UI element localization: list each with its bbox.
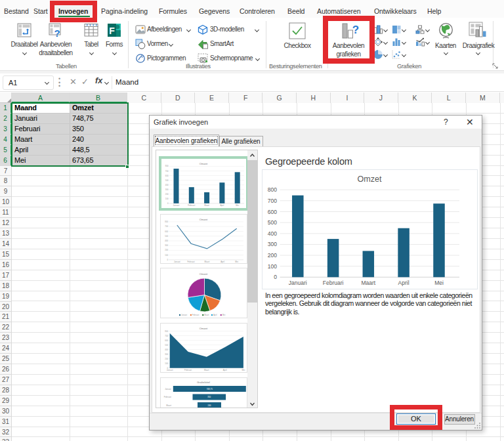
svg-text:600: 600 xyxy=(165,339,168,341)
svg-text:100: 100 xyxy=(165,198,168,200)
svg-text:500: 500 xyxy=(165,234,168,237)
svg-text:Februari: Februari xyxy=(187,260,195,262)
svg-text:Omzet: Omzet xyxy=(199,272,207,276)
svg-text:700: 700 xyxy=(268,198,277,204)
svg-text:800: 800 xyxy=(268,186,277,193)
svg-text:Februari: Februari xyxy=(192,314,199,316)
svg-text:Maart: Maart xyxy=(204,314,209,316)
svg-text:Mei: Mei xyxy=(434,280,444,286)
svg-text:300: 300 xyxy=(165,244,168,247)
svg-text:Februari: Februari xyxy=(184,369,192,371)
svg-text:Maart: Maart xyxy=(203,369,209,371)
svg-text:Januari: Januari xyxy=(181,314,188,316)
svg-text:800: 800 xyxy=(165,220,168,223)
svg-text:Mei: Mei xyxy=(242,369,245,371)
svg-text:Februari: Februari xyxy=(163,396,171,398)
svg-text:100: 100 xyxy=(165,253,168,256)
svg-text:748,75: 748,75 xyxy=(206,388,213,390)
svg-text:Januari: Januari xyxy=(173,260,180,262)
svg-text:700: 700 xyxy=(165,170,168,173)
svg-text:0: 0 xyxy=(274,274,277,280)
svg-text:240: 240 xyxy=(207,404,211,407)
svg-text:April: April xyxy=(398,280,410,286)
svg-text:Januari: Januari xyxy=(165,388,171,390)
svg-text:Januari: Januari xyxy=(166,369,173,371)
svg-text:800: 800 xyxy=(165,165,168,167)
svg-text:April: April xyxy=(222,369,226,371)
svg-text:300: 300 xyxy=(165,352,168,355)
svg-text:Maart: Maart xyxy=(166,404,171,407)
svg-text:Grafiektitel: Grafiektitel xyxy=(196,381,209,384)
svg-text:Mei: Mei xyxy=(236,204,239,207)
svg-text:300: 300 xyxy=(268,241,277,247)
svg-text:100: 100 xyxy=(165,362,168,364)
svg-text:100: 100 xyxy=(268,263,277,270)
svg-text:300: 300 xyxy=(165,188,168,191)
svg-text:600: 600 xyxy=(165,230,168,232)
svg-text:Maart: Maart xyxy=(204,204,209,207)
svg-text:April: April xyxy=(220,260,224,262)
svg-text:700: 700 xyxy=(165,225,168,228)
svg-text:200: 200 xyxy=(268,252,277,259)
svg-text:500: 500 xyxy=(165,179,168,182)
svg-text:Januari: Januari xyxy=(173,204,179,207)
svg-text:500: 500 xyxy=(165,343,168,346)
svg-text:April: April xyxy=(213,314,217,316)
svg-text:400: 400 xyxy=(165,348,168,350)
svg-text:200: 200 xyxy=(165,249,168,251)
svg-text:Omzet: Omzet xyxy=(199,162,207,165)
svg-text:600: 600 xyxy=(268,209,277,215)
svg-text:500: 500 xyxy=(268,219,277,226)
svg-text:Omzet: Omzet xyxy=(358,175,382,184)
svg-text:Februari: Februari xyxy=(323,280,344,286)
svg-text:400: 400 xyxy=(165,184,168,186)
svg-text:700: 700 xyxy=(165,334,168,337)
svg-text:F: F xyxy=(109,26,115,36)
svg-text:April: April xyxy=(220,204,224,207)
svg-text:Omzet: Omzet xyxy=(199,326,207,329)
svg-text:Mei: Mei xyxy=(235,260,238,262)
svg-text:200: 200 xyxy=(165,193,168,196)
svg-text:400: 400 xyxy=(165,240,168,242)
svg-text:Maart: Maart xyxy=(204,260,209,262)
svg-text:Mei: Mei xyxy=(222,314,225,316)
svg-text:Omzet: Omzet xyxy=(199,218,207,221)
svg-text:Februari: Februari xyxy=(188,204,196,207)
svg-text:?: ? xyxy=(54,28,60,37)
svg-text:400: 400 xyxy=(268,230,277,237)
svg-text:800: 800 xyxy=(165,329,168,332)
svg-text:350: 350 xyxy=(207,396,211,398)
svg-text:200: 200 xyxy=(165,357,168,360)
svg-text:600: 600 xyxy=(165,175,168,177)
svg-text:Maart: Maart xyxy=(361,280,375,286)
svg-text:Januari: Januari xyxy=(289,280,307,286)
